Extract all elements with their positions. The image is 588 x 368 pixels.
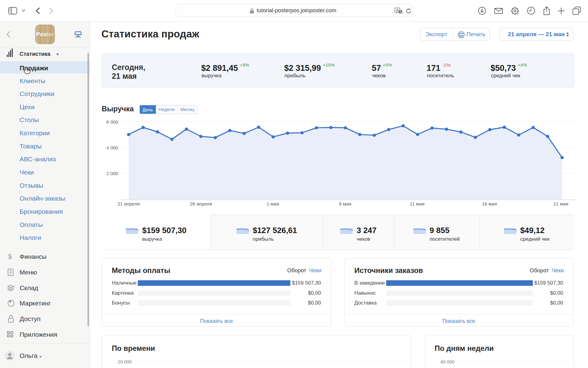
svg-text:21 апреля: 21 апреля: [118, 201, 140, 206]
svg-text:6 000: 6 000: [106, 119, 118, 125]
svg-text:6 мая: 6 мая: [339, 201, 352, 206]
svg-text:文: 文: [399, 10, 402, 13]
svg-text:16 мая: 16 мая: [482, 201, 497, 206]
svg-text:2 000: 2 000: [106, 171, 118, 176]
svg-text:21 мая: 21 мая: [553, 201, 568, 206]
svg-text:A: A: [396, 8, 398, 12]
svg-text:$: $: [8, 253, 12, 260]
svg-text:1 мая: 1 мая: [267, 201, 279, 206]
svg-text:11 мая: 11 мая: [410, 201, 424, 206]
svg-text:4 000: 4 000: [106, 145, 118, 150]
svg-text:26 апреля: 26 апреля: [190, 201, 212, 206]
